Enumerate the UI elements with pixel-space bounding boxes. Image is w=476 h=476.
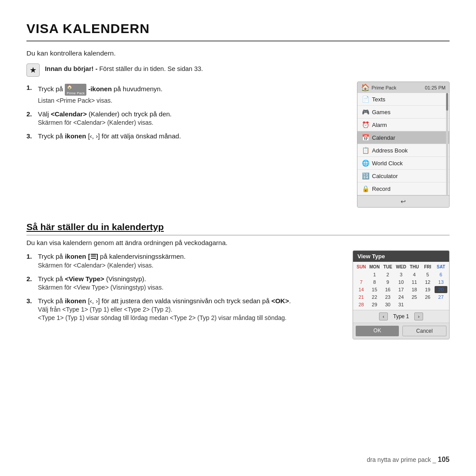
menu-item-record[interactable]: 🔒 Record — [357, 182, 449, 195]
cal-day: 28 — [355, 301, 368, 308]
footer-text: dra nytta av prime pack _ — [367, 456, 438, 463]
step1-sub: Listan <Prime Pack> visas. — [38, 97, 344, 104]
menu-label-alarm: Alarm — [372, 122, 387, 128]
s2-step2-num: 2. — [26, 275, 34, 291]
cal-day: 25 — [408, 294, 421, 301]
phone-time: 01:25 PM — [425, 85, 446, 90]
weekday-wed: WED — [394, 264, 407, 270]
star-icon: ★ — [26, 63, 40, 77]
menu-item-alarm[interactable]: ⏰ Alarm — [357, 119, 449, 131]
s2-step-1: 1. Tryck på ikonen [☰] på kalendervisnin… — [26, 253, 339, 269]
cal-day: 5 — [421, 271, 434, 278]
cal-day: 2 — [381, 271, 394, 278]
menu-item-worldclock[interactable]: 🌐 World Clock — [357, 157, 449, 170]
menu-label-record: Record — [372, 186, 390, 192]
s2-step-3: 3. Tryck på ikonen [‹, ›] för att juster… — [26, 297, 339, 321]
content-with-screenshot: 1. Tryck på 🏠Prime Pack -ikonen på huvud… — [26, 84, 450, 208]
cal-day — [408, 301, 421, 308]
weekday-thu: THU — [408, 264, 421, 270]
calculator-icon: 🔢 — [362, 172, 369, 179]
menu-item-texts[interactable]: 📄 Texts — [357, 93, 449, 106]
steps-column: 1. Tryck på 🏠Prime Pack -ikonen på huvud… — [26, 84, 344, 146]
s2-step1-text: Tryck på ikonen [☰] på kalendervisningss… — [38, 253, 186, 260]
step-3: 3. Tryck på ikonen [‹, ›] för att välja … — [26, 132, 344, 140]
cal-day: 9 — [381, 279, 394, 286]
cal-day-highlight: 20 — [435, 286, 447, 293]
cal-day: 30 — [381, 301, 394, 308]
cal-day: 23 — [381, 294, 394, 301]
star-note-bold: Innan du börjar! - — [45, 65, 97, 72]
section2-steps-col: 1. Tryck på ikonen [☰] på kalendervisnin… — [26, 253, 339, 327]
cal-cancel-button[interactable]: Cancel — [402, 326, 446, 336]
cal-day — [435, 301, 447, 308]
cal-action-bar: OK Cancel — [353, 323, 449, 339]
weekday-mon: MON — [368, 264, 381, 270]
step1-text-after: -ikonen på huvudmenyn. — [88, 85, 162, 93]
intro-text: Du kan kontrollera kalendern. — [26, 49, 450, 57]
menu-item-games[interactable]: 🎮 Games — [357, 106, 449, 119]
step1-num: 1. — [26, 84, 34, 104]
worldclock-icon: 🌐 — [362, 160, 369, 167]
menu-item-calendar[interactable]: 📅 Calendar — [357, 131, 449, 144]
menu-label-calculator: Calculator — [372, 173, 398, 179]
step2-sub: Skärmen för <Calendar> (Kalender) visas. — [38, 119, 344, 126]
menu-label-texts: Texts — [372, 96, 385, 103]
cal-day: 31 — [394, 301, 407, 308]
cal-next-btn[interactable]: › — [414, 312, 423, 320]
s2-step2-text: Tryck på <View Type> (Visningstyp). — [38, 275, 146, 283]
cal-day: 26 — [421, 294, 434, 301]
step2-num: 2. — [26, 110, 34, 126]
s2-step1-sub: Skärmen för <Calendar> (Kalender) visas. — [38, 262, 339, 269]
alarm-icon: ⏰ — [362, 121, 369, 128]
phone-menu-list: 📄 Texts 🎮 Games ⏰ Alarm 📅 Calendar 📋 — [357, 93, 449, 195]
weekday-sun: SUN — [355, 264, 368, 270]
s2-step3-text: Tryck på ikonen [‹, ›] för att justera d… — [38, 297, 291, 305]
step-1: 1. Tryck på 🏠Prime Pack -ikonen på huvud… — [26, 84, 344, 104]
menu-item-calculator[interactable]: 🔢 Calculator — [357, 170, 449, 182]
step-2: 2. Välj <Calendar> (Kalender) och tryck … — [26, 110, 344, 126]
step2-content: Välj <Calendar> (Kalender) och tryck på … — [38, 110, 344, 126]
weekday-tue: TUE — [381, 264, 394, 270]
phone-header-label: Prime Pack — [372, 85, 396, 90]
s2-step3-content: Tryck på ikonen [‹, ›] för att justera d… — [38, 297, 339, 321]
cal-day: 16 — [381, 286, 394, 293]
weekday-sat: SAT — [435, 264, 447, 270]
cal-day: 10 — [394, 279, 407, 286]
cal-day: 6 — [435, 271, 447, 278]
section2-intro: Du kan visa kalendern genom att ändra or… — [26, 239, 450, 246]
cal-days: 1 2 3 4 5 6 7 8 9 10 11 12 13 14 15 — [355, 271, 447, 308]
s2-step3-sub1: Välj från <Type 1> (Typ 1) eller <Type 2… — [38, 306, 339, 313]
scroll-thumb — [446, 93, 448, 111]
s2-step2-content: Tryck på <View Type> (Visningstyp). Skär… — [38, 275, 339, 291]
scroll-indicator — [446, 93, 448, 195]
cal-day: 14 — [355, 286, 368, 293]
menu-item-addressbook[interactable]: 📋 Address Book — [357, 144, 449, 157]
cal-day: 7 — [355, 279, 368, 286]
cal-prev-btn[interactable]: ‹ — [379, 312, 388, 320]
cal-day: 21 — [355, 294, 368, 301]
games-icon: 🎮 — [362, 108, 369, 115]
cal-ok-button[interactable]: OK — [356, 326, 399, 336]
step3-content: Tryck på ikonen [‹, ›] för att välja öns… — [38, 132, 344, 140]
step2-text: Välj <Calendar> (Kalender) och tryck på … — [38, 110, 172, 118]
cal-grid: SUN MON TUE WED THU FRI SAT 1 2 3 4 5 6 — [353, 262, 449, 310]
footer-page: 105 — [438, 456, 450, 463]
cal-type-bar: ‹ Type 1 › — [353, 310, 449, 323]
cal-day: 19 — [421, 286, 434, 293]
cal-type-label: Type 1 — [393, 313, 409, 320]
cal-day: 3 — [394, 271, 407, 278]
s2-step3-num: 3. — [26, 297, 34, 321]
star-note-text: Innan du börjar! - Först ställer du in t… — [45, 63, 203, 72]
step1-content: Tryck på 🏠Prime Pack -ikonen på huvudmen… — [38, 84, 344, 104]
s2-step3-sub2: <Type 1> (Typ 1) visar söndag till lörda… — [38, 314, 339, 321]
star-note: ★ Innan du börjar! - Först ställer du in… — [26, 63, 450, 77]
primepack-icon: 🏠Prime Pack — [65, 84, 86, 96]
step1-text-before: Tryck på — [38, 85, 65, 93]
star-note-rest: Först ställer du in tiden. Se sidan 33. — [99, 65, 203, 72]
s2-step2-sub: Skärmen för <View Type> (Visningstyp) vi… — [38, 284, 339, 291]
weekday-fri: FRI — [421, 264, 434, 270]
back-button[interactable]: ↩ — [401, 198, 406, 205]
cal-day: 1 — [368, 271, 381, 278]
cal-day: 27 — [435, 294, 447, 301]
phone-header-left: 🏠 Prime Pack — [361, 83, 396, 92]
